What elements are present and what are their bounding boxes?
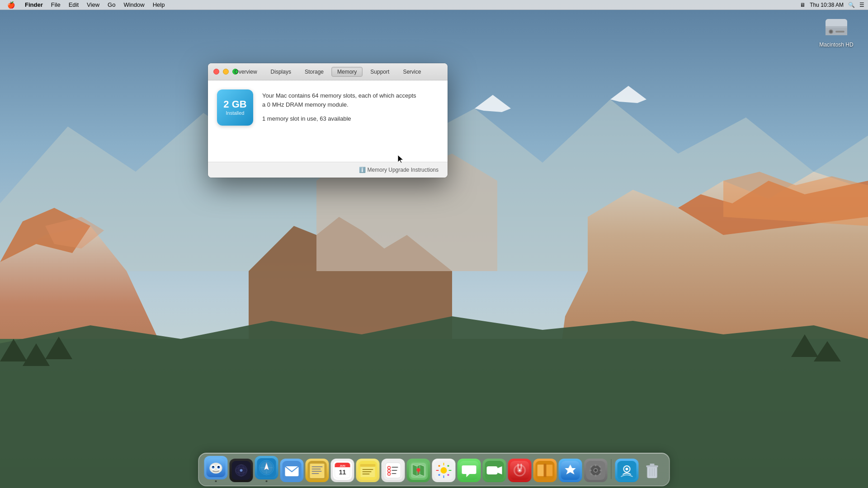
- safari-dot: [266, 480, 268, 482]
- finder-dot: [215, 480, 217, 482]
- calendar-icon: JUN 11: [331, 459, 354, 482]
- info-icon: ℹ️: [359, 167, 366, 173]
- svg-rect-126: [646, 465, 658, 467]
- menubar-search-icon[interactable]: 🔍: [848, 2, 855, 8]
- menubar-file[interactable]: File: [47, 1, 64, 9]
- dock-item-reminders[interactable]: [382, 459, 405, 482]
- launchpad-icon: [230, 459, 253, 482]
- svg-rect-66: [363, 469, 373, 470]
- dock-item-trash[interactable]: [641, 459, 664, 482]
- dock-item-airdrop[interactable]: [615, 459, 639, 482]
- mail-icon: [280, 459, 304, 482]
- dock-item-appstore[interactable]: [559, 459, 582, 482]
- menubar-finder[interactable]: Finder: [21, 1, 47, 9]
- svg-point-36: [218, 466, 219, 468]
- svg-point-35: [212, 466, 214, 468]
- window-footer: ℹ️ Memory Upgrade Instructions: [208, 162, 448, 178]
- tab-support[interactable]: Support: [364, 67, 395, 77]
- safari-icon: [255, 456, 278, 479]
- svg-rect-107: [544, 464, 547, 477]
- trash-icon: [641, 459, 664, 482]
- tab-storage[interactable]: Storage: [299, 67, 330, 77]
- svg-rect-76: [392, 473, 396, 474]
- menubar-go[interactable]: Go: [104, 1, 119, 9]
- window-tabs: Overview Displays Storage Memory Support…: [208, 67, 448, 77]
- maps-icon: [407, 459, 430, 482]
- svg-rect-101: [521, 464, 522, 469]
- dock-item-messages[interactable]: [458, 459, 481, 482]
- dock: JUN 11: [198, 453, 670, 486]
- svg-rect-114: [595, 464, 596, 466]
- dock-item-photos[interactable]: [432, 459, 456, 482]
- svg-point-41: [240, 469, 243, 472]
- memory-slots-info: 1 memory slot in use, 63 available: [262, 115, 439, 122]
- svg-rect-67: [363, 471, 372, 472]
- reminders-icon: [382, 459, 405, 482]
- menubar-screen-icon: 🖥: [800, 2, 805, 8]
- dock-item-maps[interactable]: [407, 459, 430, 482]
- desktop-icon-macintosh-hd[interactable]: Macintosh HD: [818, 14, 854, 48]
- system-info-window: Overview Displays Storage Memory Support…: [208, 63, 448, 178]
- svg-rect-65: [360, 464, 376, 467]
- svg-rect-93: [487, 466, 498, 474]
- memory-badge: 2 GB Installed: [217, 89, 253, 126]
- photos-icon: [432, 459, 456, 482]
- dock-item-books[interactable]: [533, 459, 557, 482]
- dock-item-calendar[interactable]: JUN 11: [331, 459, 354, 482]
- menubar-clock: Thu 10:38 AM: [810, 2, 844, 8]
- svg-rect-83: [443, 475, 444, 478]
- dock-item-notefile[interactable]: [306, 459, 329, 482]
- facetime-icon: [483, 459, 506, 482]
- dock-item-safari[interactable]: [255, 456, 278, 482]
- music-icon: [508, 459, 532, 482]
- sysprefs-icon: [584, 459, 608, 482]
- menubar-menu-icon[interactable]: ☰: [859, 2, 864, 8]
- svg-rect-115: [595, 474, 596, 477]
- books-icon: [533, 459, 557, 482]
- menubar-edit[interactable]: Edit: [65, 1, 82, 9]
- svg-rect-100: [518, 464, 519, 469]
- tab-overview[interactable]: Overview: [229, 67, 263, 77]
- menubar-window[interactable]: Window: [120, 1, 148, 9]
- notes-icon: [356, 459, 380, 482]
- dock-item-sysprefs[interactable]: [584, 459, 608, 482]
- dock-item-launchpad[interactable]: [230, 459, 253, 482]
- dock-item-music[interactable]: [508, 459, 532, 482]
- apple-menu[interactable]: 🍎: [4, 1, 19, 9]
- dock-item-mail[interactable]: [280, 459, 304, 482]
- svg-rect-54: [312, 469, 321, 469]
- svg-point-124: [626, 468, 628, 470]
- svg-point-81: [441, 467, 447, 474]
- window-titlebar: Overview Displays Storage Memory Support…: [208, 63, 448, 80]
- messages-icon: [458, 459, 481, 482]
- desktop: 🍎 Finder File Edit View Go Window Help 🖥…: [0, 0, 868, 488]
- tab-service[interactable]: Service: [397, 67, 427, 77]
- svg-rect-68: [363, 474, 370, 474]
- dock-item-finder[interactable]: [204, 456, 228, 482]
- menubar-view[interactable]: View: [83, 1, 103, 9]
- tab-displays[interactable]: Displays: [265, 67, 297, 77]
- svg-rect-104: [538, 465, 544, 476]
- dock-item-notes[interactable]: [356, 459, 380, 482]
- memory-size-number: 2 GB: [223, 99, 246, 109]
- svg-rect-82: [443, 463, 444, 465]
- svg-rect-74: [392, 470, 397, 471]
- svg-rect-85: [449, 470, 452, 471]
- svg-point-113: [594, 469, 597, 472]
- dock-separator: [611, 459, 612, 479]
- svg-rect-127: [650, 464, 655, 465]
- svg-rect-27: [835, 31, 844, 33]
- hd-icon-label: Macintosh HD: [819, 42, 853, 48]
- svg-text:11: 11: [339, 469, 346, 476]
- svg-rect-55: [312, 471, 322, 472]
- svg-rect-106: [546, 465, 552, 476]
- memory-upgrade-link[interactable]: ℹ️ Memory Upgrade Instructions: [359, 167, 439, 173]
- dock-item-facetime[interactable]: [483, 459, 506, 482]
- menubar-help[interactable]: Help: [149, 1, 169, 9]
- svg-text:JUN: JUN: [340, 465, 345, 467]
- tab-memory[interactable]: Memory: [331, 67, 363, 77]
- memory-description: Your Mac contains 64 memory slots, each …: [262, 91, 439, 109]
- window-content: 2 GB Installed Your Mac contains 64 memo…: [208, 80, 448, 162]
- svg-rect-116: [590, 470, 592, 471]
- svg-rect-53: [312, 466, 323, 467]
